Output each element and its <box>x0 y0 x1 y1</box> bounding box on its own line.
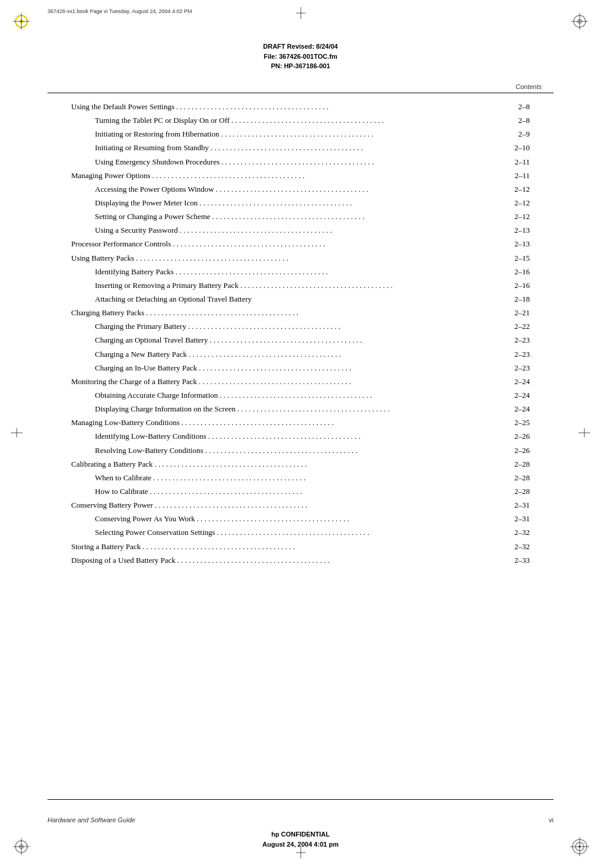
footer-right: vi <box>549 816 554 823</box>
toc-dots: . . . . . . . . . . . . . . . . . . . . … <box>176 266 510 278</box>
corner-mark-tl <box>11 11 32 32</box>
toc-dots: . . . . . . . . . . . . . . . . . . . . … <box>176 101 510 113</box>
toc-entry-text: Inserting or Removing a Primary Battery … <box>95 280 239 292</box>
toc-page: 2–31 <box>512 499 530 511</box>
toc-entry-text: Initiating or Resuming from Standby <box>95 142 209 154</box>
toc-entry: Initiating or Resuming from Standby . . … <box>71 142 530 154</box>
toc-page: 2–12 <box>512 197 530 209</box>
toc-entry-text: Turning the Tablet PC or Display On or O… <box>95 115 230 126</box>
toc-entry: When to Calibrate . . . . . . . . . . . … <box>71 472 530 484</box>
toc-entry: Inserting or Removing a Primary Battery … <box>71 280 530 292</box>
toc-page: 2–25 <box>512 417 530 429</box>
toc-page: 2–22 <box>512 321 530 332</box>
footer: Hardware and Software Guide vi <box>47 816 554 823</box>
bottom-center-mark <box>296 847 306 861</box>
toc-entry: Turning the Tablet PC or Display On or O… <box>71 115 530 126</box>
toc-page: 2–23 <box>512 334 530 346</box>
draft-line3: PN: HP-367186-001 <box>0 61 601 71</box>
toc-page: 2–21 <box>512 307 530 319</box>
toc-dots: . . . . . . . . . . . . . . . . . . . . … <box>136 252 510 264</box>
toc-page: 2–16 <box>512 266 530 278</box>
toc-entry: Conserving Power As You Work . . . . . .… <box>71 513 530 525</box>
toc-dots: . . . . . . . . . . . . . . . . . . . . … <box>182 417 510 429</box>
toc-entry: Conserving Battery Power . . . . . . . .… <box>71 499 530 511</box>
toc-page: 2–8 <box>512 115 530 126</box>
toc-dots: . . . . . . . . . . . . . . . . . . . . … <box>177 555 510 566</box>
toc-dots: . . . . . . . . . . . . . . . . . . . . … <box>173 238 510 250</box>
toc-dots: . . . . . . . . . . . . . . . . . . . . … <box>199 376 510 388</box>
toc-entry: Charging Battery Packs . . . . . . . . .… <box>71 307 530 319</box>
toc-entry: Monitoring the Charge of a Battery Pack … <box>71 376 530 388</box>
toc-entry: Using Emergency Shutdown Procedures . . … <box>71 156 530 168</box>
toc-dots: . . . . . . . . . . . . . . . . . . . . … <box>237 403 510 415</box>
toc-entry: Calibrating a Battery Pack . . . . . . .… <box>71 458 530 470</box>
bottom-rule <box>47 799 554 800</box>
toc-entry-text: Storing a Battery Pack <box>71 541 141 553</box>
toc-dots: . . . . . . . . . . . . . . . . . . . . … <box>150 486 510 498</box>
page: 367426-xx1.book Page vi Tuesday, August … <box>0 0 601 868</box>
toc-page: 2–26 <box>512 430 530 442</box>
toc-entry-text: Identifying Low-Battery Conditions <box>95 430 206 442</box>
right-mid-mark <box>578 428 590 440</box>
top-rule <box>47 93 554 93</box>
toc-entry-text: Using Emergency Shutdown Procedures <box>95 156 220 168</box>
toc-dots: . . . . . . . . . . . . . . . . . . . . … <box>209 334 510 346</box>
toc-dots: . . . . . . . . . . . . . . . . . . . . … <box>188 321 510 332</box>
toc-entry-text: Charging the Primary Battery <box>95 321 186 332</box>
toc-dots: . . . . . . . . . . . . . . . . . . . . … <box>199 197 510 209</box>
toc-page: 2–18 <box>512 293 530 305</box>
toc-content: Using the Default Power Settings . . . .… <box>71 101 530 568</box>
toc-entry-text: Conserving Power As You Work <box>95 513 195 525</box>
draft-line2: File: 367426-001TOC.fm <box>0 52 601 62</box>
toc-dots: . . . . . . . . . . . . . . . . . . . . … <box>199 362 510 374</box>
toc-dots: . . . . . . . . . . . . . . . . . . . . … <box>142 541 510 553</box>
toc-entry-text: Charging an In-Use Battery Pack <box>95 362 197 374</box>
toc-page: 2–28 <box>512 458 530 470</box>
contents-label: Contents <box>516 83 542 90</box>
left-mid-mark <box>11 428 23 440</box>
toc-entry: Disposing of a Used Battery Pack . . . .… <box>71 555 530 566</box>
toc-entry-text: How to Calibrate <box>95 486 148 498</box>
toc-entry-text: Conserving Battery Power <box>71 499 153 511</box>
toc-dots: . . . . . . . . . . . . . . . . . . . . … <box>217 527 510 538</box>
toc-page: 2–11 <box>512 170 530 182</box>
draft-header: DRAFT Revised: 8/24/04 File: 367426-001T… <box>0 42 601 71</box>
toc-entry: Accessing the Power Options Window . . .… <box>71 183 530 195</box>
toc-dots: . . . . . . . . . . . . . . . . . . . . … <box>212 211 510 223</box>
toc-entry-text: Setting or Changing a Power Scheme <box>95 211 211 223</box>
toc-entry-text: Selecting Power Conservation Settings <box>95 527 215 538</box>
toc-entry-text: Displaying the Power Meter Icon <box>95 197 198 209</box>
toc-page: 2–24 <box>512 389 530 401</box>
toc-entry-text: Charging Battery Packs <box>71 307 144 319</box>
toc-entry-text: Managing Low-Battery Conditions <box>71 417 180 429</box>
toc-page: 2–28 <box>512 486 530 498</box>
toc-page: 2–13 <box>512 238 530 250</box>
toc-entry-text: Monitoring the Charge of a Battery Pack <box>71 376 197 388</box>
toc-page: 2–13 <box>512 224 530 236</box>
toc-entry: Attaching or Detaching an Optional Trave… <box>71 293 530 305</box>
toc-entry: Charging the Primary Battery . . . . . .… <box>71 321 530 332</box>
toc-entry: Charging a New Battery Pack . . . . . . … <box>71 349 530 360</box>
toc-entry: Using Battery Packs . . . . . . . . . . … <box>71 252 530 264</box>
toc-entry: Processor Performance Controls . . . . .… <box>71 238 530 250</box>
toc-entry-text: Managing Power Options <box>71 170 151 182</box>
toc-entry: Setting or Changing a Power Scheme . . .… <box>71 211 530 223</box>
toc-page: 2–31 <box>512 513 530 525</box>
toc-dots: . . . . . . . . . . . . . . . . . . . . … <box>211 142 510 154</box>
toc-entry-text: Using a Security Password <box>95 224 178 236</box>
confidential-line1: hp CONFIDENTIAL <box>0 829 601 840</box>
toc-dots: . . . . . . . . . . . . . . . . . . . . … <box>205 445 510 457</box>
toc-entry-text: Calibrating a Battery Pack <box>71 458 153 470</box>
toc-entry-text: Disposing of a Used Battery Pack <box>71 555 176 566</box>
toc-page: 2–16 <box>512 280 530 292</box>
toc-dots: . . . . . . . . . . . . . . . . . . . . … <box>216 183 510 195</box>
toc-entry: How to Calibrate . . . . . . . . . . . .… <box>71 486 530 498</box>
toc-entry-text: Using the Default Power Settings <box>71 101 174 113</box>
toc-dots: . . . . . . . . . . . . . . . . . . . . … <box>208 430 510 442</box>
toc-dots: . . . . . . . . . . . . . . . . . . . . … <box>197 513 510 525</box>
toc-entry-text: Displaying Charge Information on the Scr… <box>95 403 236 415</box>
toc-dots: . . . . . . . . . . . . . . . . . . . . … <box>146 307 510 319</box>
toc-page: 2–12 <box>512 183 530 195</box>
toc-page: 2–11 <box>512 156 530 168</box>
toc-page: 2–23 <box>512 349 530 360</box>
